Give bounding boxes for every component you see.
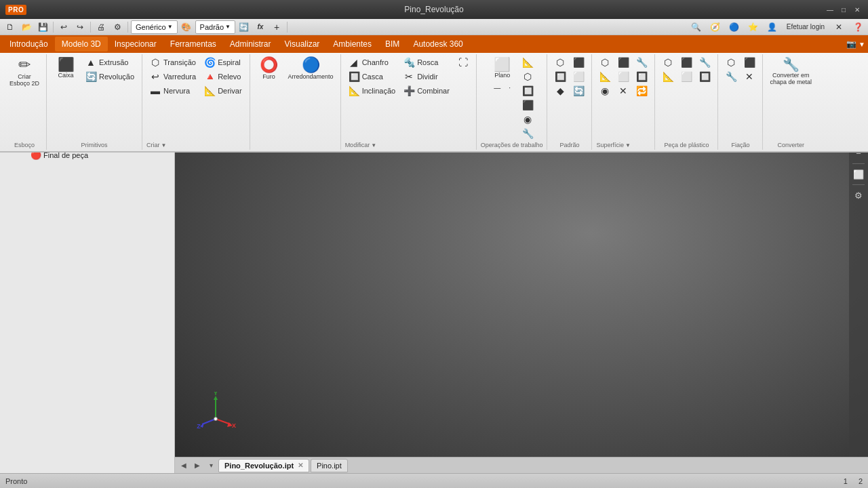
fio4[interactable]: ✕ xyxy=(741,70,758,83)
criar-dropdown-icon[interactable]: ▼ xyxy=(161,142,167,148)
sf9[interactable]: 🔁 xyxy=(633,84,650,98)
op2[interactable]: ⬡ xyxy=(519,70,536,83)
settings-button[interactable]: ⚙ xyxy=(110,20,125,34)
tab-pino[interactable]: Pino.ipt xyxy=(311,459,348,472)
tab-nav-left[interactable]: ◀ xyxy=(178,460,190,472)
nervura-button[interactable]: ▬ Nervura xyxy=(146,84,199,98)
menu-bim[interactable]: BIM xyxy=(378,37,406,52)
pc3[interactable]: 🔧 xyxy=(696,56,713,69)
modificar-extra1[interactable]: ⛶ xyxy=(454,56,472,69)
help-search-button[interactable]: 🔍 xyxy=(689,20,704,34)
print-button[interactable]: 🖨 xyxy=(94,20,108,34)
update-button[interactable]: 🔄 xyxy=(237,20,252,34)
fio2[interactable]: ⬛ xyxy=(741,56,758,69)
pd5[interactable]: ◆ xyxy=(551,84,569,98)
help-button[interactable]: ❓ xyxy=(850,20,865,34)
pd6[interactable]: 🔄 xyxy=(570,84,587,98)
fio1[interactable]: ⬡ xyxy=(722,56,740,69)
menu-ferramentas[interactable]: Ferramentas xyxy=(163,37,223,52)
pd2[interactable]: ⬛ xyxy=(570,56,587,69)
arredondamento-button[interactable]: 🔵 Arredondamento xyxy=(285,56,336,83)
style-dropdown[interactable]: Genérico ▼ xyxy=(131,20,178,34)
menu-modelo3d[interactable]: Modelo 3D xyxy=(55,37,108,52)
varredura-button[interactable]: ↩ Varredura xyxy=(146,70,199,83)
pc6[interactable]: 🔲 xyxy=(696,70,713,83)
bookmark-button[interactable]: ⭐ xyxy=(746,20,761,34)
op4[interactable]: ⬛ xyxy=(519,98,536,112)
sf3[interactable]: 🔧 xyxy=(633,56,650,69)
new-button[interactable]: 🗋 xyxy=(3,20,18,34)
criar-esboço-button[interactable]: ✏ CriarEsboço 2D xyxy=(7,56,42,89)
casca-button[interactable]: 🔲 Casca xyxy=(345,70,399,83)
menu-inspecionar[interactable]: Inspecionar xyxy=(108,37,163,52)
pc5[interactable]: ⬜ xyxy=(677,70,695,83)
dividir-button[interactable]: ✂ Dividir xyxy=(400,70,453,83)
tab-pino-revolução[interactable]: Pino_Revolução.ipt ✕ xyxy=(218,459,309,472)
op1[interactable]: 📐 xyxy=(519,56,536,69)
sf7[interactable]: ◉ xyxy=(596,84,614,98)
maximize-button[interactable]: □ xyxy=(838,4,849,15)
close-button[interactable]: ✕ xyxy=(852,4,863,15)
combinar-button[interactable]: ➕ Combinar xyxy=(400,84,453,98)
menu-administrar[interactable]: Administrar xyxy=(223,37,278,52)
relevo-button[interactable]: 🔺 Relevo xyxy=(201,70,245,83)
inclinação-button[interactable]: 📐 Inclinação xyxy=(345,84,399,98)
extrusao-button[interactable]: ▲ Extrusão xyxy=(82,56,138,69)
camera-button[interactable]: 📷 xyxy=(844,37,859,51)
superficie-dropdown-icon[interactable]: ▼ xyxy=(625,142,631,148)
converter-metal-button[interactable]: 🔧 Converter emchapa de metal xyxy=(767,56,814,88)
camera-dropdown[interactable]: ▼ xyxy=(859,41,865,48)
tab-close-icon[interactable]: ✕ xyxy=(298,462,303,469)
add-button[interactable]: + xyxy=(269,20,284,34)
quality-dropdown[interactable]: Padrão ▼ xyxy=(195,20,235,34)
minimize-button[interactable]: — xyxy=(825,4,835,15)
settings-tool-button[interactable]: ⚙ xyxy=(851,188,866,203)
user-button[interactable]: 👤 xyxy=(765,20,780,34)
pc2[interactable]: ⬛ xyxy=(677,56,695,69)
derivar-button[interactable]: 📐 Derivar xyxy=(201,84,245,98)
tab-nav-right[interactable]: ▶ xyxy=(191,460,203,472)
save-button[interactable]: 💾 xyxy=(35,20,50,34)
op3[interactable]: 🔲 xyxy=(519,84,536,98)
menu-autodesk360[interactable]: Autodesk 360 xyxy=(406,37,469,52)
plano-button[interactable]: ⬜ Plano xyxy=(488,56,517,81)
op6[interactable]: 🔧 xyxy=(519,127,536,140)
transição-button[interactable]: ⬡ Transição xyxy=(146,56,199,69)
close-app-button[interactable]: ✕ xyxy=(831,20,846,34)
sf4[interactable]: 📐 xyxy=(596,70,614,83)
orbit-button[interactable]: 🔵 xyxy=(727,20,742,34)
undo-button[interactable]: ↩ xyxy=(56,20,71,34)
sf2[interactable]: ⬛ xyxy=(614,56,632,69)
tab-list-button[interactable]: ▾ xyxy=(205,460,217,472)
pc4[interactable]: 📐 xyxy=(659,70,677,83)
redo-button[interactable]: ↪ xyxy=(73,20,87,34)
espiral-button[interactable]: 🌀 Espiral xyxy=(201,56,245,69)
op5[interactable]: ◉ xyxy=(519,113,536,126)
fx-button[interactable]: fx xyxy=(253,20,268,34)
pd4[interactable]: ⬜ xyxy=(570,70,587,83)
rosca-button[interactable]: 🔩 Rosca xyxy=(400,56,453,69)
caixa-button[interactable]: ⬛ Caixa xyxy=(51,56,81,81)
sf1[interactable]: ⬡ xyxy=(596,56,614,69)
login-button[interactable]: Efetuar login xyxy=(784,20,827,34)
eixo-button[interactable]: — xyxy=(490,83,504,93)
revolução-button[interactable]: 🔄 Revolução xyxy=(82,70,138,83)
furo-button[interactable]: ⭕ Furo xyxy=(254,56,284,83)
sf8[interactable]: ✕ xyxy=(614,84,632,98)
nav-button[interactable]: 🧭 xyxy=(708,20,723,34)
open-button[interactable]: 📂 xyxy=(19,20,34,34)
fio3[interactable]: 🔧 xyxy=(722,70,740,83)
sf5[interactable]: ⬜ xyxy=(614,70,632,83)
pc1[interactable]: ⬡ xyxy=(659,56,677,69)
pd3[interactable]: 🔲 xyxy=(551,70,569,83)
ponto-button[interactable]: · xyxy=(505,83,514,93)
menu-introducao[interactable]: Introdução xyxy=(3,37,55,52)
modificar-dropdown-icon[interactable]: ▼ xyxy=(371,142,376,148)
fit-view-button[interactable]: ⬜ xyxy=(851,167,866,182)
sf6[interactable]: 🔲 xyxy=(633,70,650,83)
visual-style-button[interactable]: 🎨 xyxy=(179,20,194,34)
menu-visualizar[interactable]: Visualizar xyxy=(278,37,327,52)
pd1[interactable]: ⬡ xyxy=(551,56,569,69)
chanfro-button[interactable]: ◢ Chanfro xyxy=(345,56,399,69)
menu-ambientes[interactable]: Ambientes xyxy=(326,37,378,52)
